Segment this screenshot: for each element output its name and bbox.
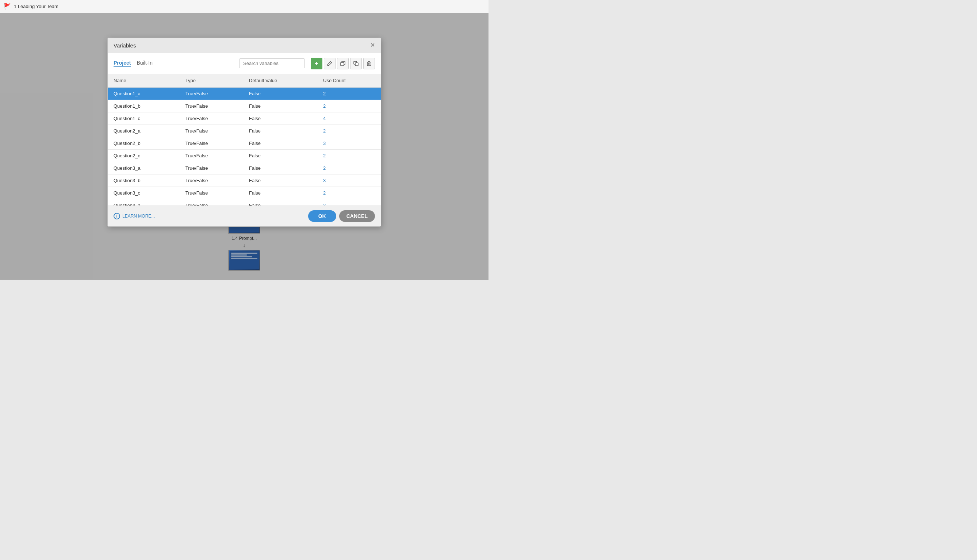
use-count-link[interactable]: 2 <box>323 128 326 133</box>
cell-use-count: 3 <box>317 137 381 149</box>
table-header: Name Type Default Value Use Count <box>108 74 381 87</box>
table-row[interactable]: Question2_aTrue/FalseFalse2 <box>108 125 381 137</box>
dialog-title: Variables <box>113 42 136 48</box>
dialog-header: Variables ✕ <box>108 38 381 53</box>
cell-use-count: 4 <box>317 112 381 125</box>
use-count-link[interactable]: 2 <box>323 103 326 109</box>
cell-type: True/False <box>180 149 243 162</box>
use-count-link[interactable]: 2 <box>323 91 326 97</box>
cell-name: Question2_b <box>108 137 180 149</box>
cell-type: True/False <box>180 87 243 100</box>
use-count-link[interactable]: 2 <box>323 203 326 205</box>
tab-bar: Project Built-In <box>113 60 233 67</box>
cell-name: Question1_b <box>108 100 180 112</box>
cell-name: Question3_a <box>108 162 180 174</box>
table-row[interactable]: Question1_cTrue/FalseFalse4 <box>108 112 381 125</box>
cell-type: True/False <box>180 187 243 199</box>
use-count-link[interactable]: 2 <box>323 165 326 171</box>
app-title: 1 Leading Your Team <box>14 3 58 9</box>
table-row[interactable]: Question3_bTrue/FalseFalse3 <box>108 174 381 187</box>
cell-use-count: 3 <box>317 174 381 187</box>
top-bar: 🚩 1 Leading Your Team <box>0 0 488 13</box>
toolbar-buttons: + <box>311 58 375 69</box>
cell-default-value: False <box>243 149 317 162</box>
cell-type: True/False <box>180 137 243 149</box>
svg-rect-4 <box>367 62 371 66</box>
cell-name: Question2_a <box>108 125 180 137</box>
cell-use-count: 2 <box>317 162 381 174</box>
variables-dialog: Variables ✕ Project Built-In + <box>107 38 381 227</box>
col-header-type: Type <box>180 74 243 87</box>
table-row[interactable]: Question2_cTrue/FalseFalse2 <box>108 149 381 162</box>
table-row[interactable]: Question3_aTrue/FalseFalse2 <box>108 162 381 174</box>
dialog-toolbar: Project Built-In + <box>108 53 381 74</box>
cell-type: True/False <box>180 112 243 125</box>
table-row[interactable]: Question2_bTrue/FalseFalse3 <box>108 137 381 149</box>
cell-default-value: False <box>243 137 317 149</box>
cell-use-count: 2 <box>317 149 381 162</box>
use-count-link[interactable]: 4 <box>323 116 326 121</box>
copy-variable-button[interactable] <box>337 58 348 69</box>
add-variable-button[interactable]: + <box>311 58 322 69</box>
cell-name: Question1_c <box>108 112 180 125</box>
use-count-link[interactable]: 2 <box>323 153 326 158</box>
col-header-use-count: Use Count <box>317 74 381 87</box>
cell-use-count: 2 <box>317 187 381 199</box>
flag-icon: 🚩 <box>3 3 11 10</box>
table-row[interactable]: Question1_aTrue/FalseFalse2 <box>108 87 381 100</box>
cell-default-value: False <box>243 199 317 205</box>
tab-builtin[interactable]: Built-In <box>137 60 153 67</box>
footer-buttons: OK CANCEL <box>308 210 375 222</box>
dialog-body: Project Built-In + <box>108 53 381 205</box>
cell-default-value: False <box>243 87 317 100</box>
cell-default-value: False <box>243 125 317 137</box>
variables-table-container[interactable]: Name Type Default Value Use Count Questi… <box>108 74 381 205</box>
cell-type: True/False <box>180 199 243 205</box>
cell-use-count: 2 <box>317 87 381 100</box>
learn-more-link[interactable]: i LEARN MORE... <box>113 213 155 219</box>
cell-name: Question3_c <box>108 187 180 199</box>
search-input[interactable] <box>239 58 305 68</box>
cell-default-value: False <box>243 100 317 112</box>
info-icon: i <box>113 213 120 219</box>
duplicate-variable-button[interactable] <box>350 58 362 69</box>
cancel-button[interactable]: CANCEL <box>339 210 375 222</box>
svg-rect-3 <box>355 63 358 66</box>
cell-default-value: False <box>243 112 317 125</box>
cell-type: True/False <box>180 174 243 187</box>
cell-name: Question1_a <box>108 87 180 100</box>
col-header-default-value: Default Value <box>243 74 317 87</box>
variables-table: Name Type Default Value Use Count Questi… <box>108 74 381 205</box>
use-count-link[interactable]: 3 <box>323 140 326 146</box>
cell-type: True/False <box>180 100 243 112</box>
cell-type: True/False <box>180 125 243 137</box>
delete-variable-button[interactable] <box>363 58 375 69</box>
modal-overlay: Variables ✕ Project Built-In + <box>0 13 488 280</box>
tab-project[interactable]: Project <box>113 60 131 67</box>
cell-use-count: 2 <box>317 100 381 112</box>
table-row[interactable]: Question4_aTrue/FalseFalse2 <box>108 199 381 205</box>
cell-name: Question3_b <box>108 174 180 187</box>
cell-use-count: 2 <box>317 199 381 205</box>
table-row[interactable]: Question1_bTrue/FalseFalse2 <box>108 100 381 112</box>
use-count-link[interactable]: 3 <box>323 178 326 183</box>
table-body: Question1_aTrue/FalseFalse2Question1_bTr… <box>108 87 381 205</box>
cell-default-value: False <box>243 162 317 174</box>
ok-button[interactable]: OK <box>308 210 336 222</box>
cell-use-count: 2 <box>317 125 381 137</box>
cell-name: Question4_a <box>108 199 180 205</box>
cell-default-value: False <box>243 187 317 199</box>
table-row[interactable]: Question3_cTrue/FalseFalse2 <box>108 187 381 199</box>
dialog-close-button[interactable]: ✕ <box>370 42 375 48</box>
dialog-footer: i LEARN MORE... OK CANCEL <box>108 205 381 226</box>
col-header-name: Name <box>108 74 180 87</box>
cell-type: True/False <box>180 162 243 174</box>
learn-more-label: LEARN MORE... <box>122 213 155 219</box>
cell-default-value: False <box>243 174 317 187</box>
use-count-link[interactable]: 2 <box>323 190 326 196</box>
svg-rect-1 <box>341 62 344 66</box>
edit-variable-button[interactable] <box>324 58 335 69</box>
cell-name: Question2_c <box>108 149 180 162</box>
